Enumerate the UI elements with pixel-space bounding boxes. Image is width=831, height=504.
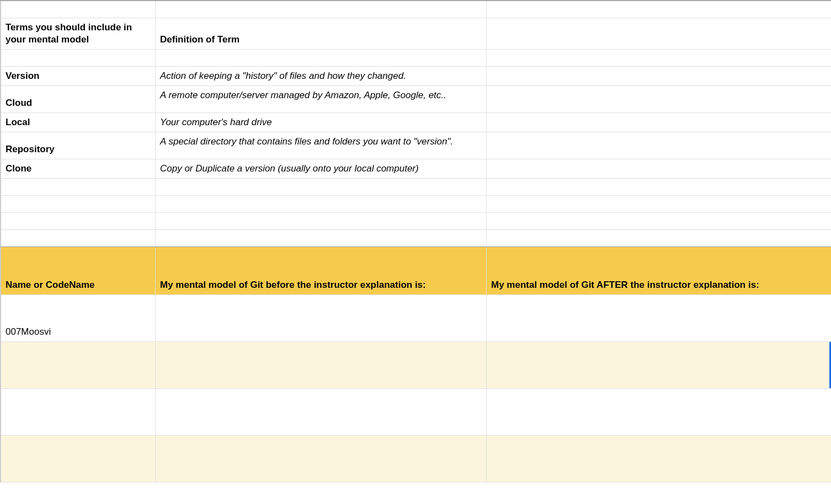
- entry-name-cell[interactable]: [1, 342, 156, 388]
- term-row: Repository A special directory that cont…: [0, 132, 831, 159]
- term-row: Local Your computer's hard drive: [0, 113, 831, 132]
- empty-cell[interactable]: [156, 50, 487, 66]
- entry-before-cell[interactable]: [156, 342, 487, 388]
- empty-cell[interactable]: [487, 50, 831, 66]
- entry-after-cell[interactable]: [487, 295, 831, 341]
- terms-header-row: Terms you should include in your mental …: [0, 18, 831, 50]
- term-name-cell[interactable]: Version: [1, 67, 156, 85]
- empty-cell[interactable]: [487, 230, 831, 246]
- term-name-cell[interactable]: Cloud: [1, 86, 156, 112]
- entry-row: [0, 436, 831, 482]
- term-def-cell[interactable]: A special directory that contains files …: [156, 132, 487, 159]
- section-header-a[interactable]: Name or CodeName: [1, 247, 156, 294]
- empty-cell[interactable]: [1, 213, 156, 229]
- entry-name-cell[interactable]: 007Moosvi: [1, 295, 156, 341]
- empty-cell[interactable]: [487, 113, 831, 132]
- terms-header-c[interactable]: [487, 18, 831, 49]
- entry-before-cell[interactable]: [156, 389, 487, 435]
- term-row: Version Action of keeping a "history" of…: [0, 67, 831, 86]
- empty-cell[interactable]: [1, 196, 156, 212]
- term-def-cell[interactable]: Copy or Duplicate a version (usually ont…: [156, 159, 487, 178]
- spacer-row: [0, 179, 831, 196]
- entry-name-cell[interactable]: [1, 389, 156, 435]
- empty-cell[interactable]: [487, 67, 831, 85]
- empty-cell[interactable]: [487, 179, 831, 195]
- section-header-b[interactable]: My mental model of Git before the instru…: [156, 247, 487, 294]
- entry-row: 007Moosvi: [0, 295, 831, 342]
- entry-before-cell[interactable]: [156, 436, 487, 482]
- term-row: Clone Copy or Duplicate a version (usual…: [0, 159, 831, 179]
- entry-after-cell[interactable]: [487, 342, 831, 388]
- entry-after-cell[interactable]: [487, 436, 831, 482]
- empty-cell[interactable]: [156, 213, 487, 229]
- spacer-row: [0, 1, 831, 18]
- empty-cell[interactable]: [1, 50, 156, 66]
- entry-row: [0, 389, 831, 436]
- spreadsheet-area: Terms you should include in your mental …: [0, 0, 831, 482]
- term-name-cell[interactable]: Clone: [1, 159, 156, 178]
- spacer-row: [0, 230, 831, 247]
- entry-before-cell[interactable]: [156, 295, 487, 341]
- empty-cell[interactable]: [487, 196, 831, 212]
- entry-after-cell[interactable]: [487, 389, 831, 435]
- empty-cell[interactable]: [156, 196, 487, 212]
- empty-cell[interactable]: [487, 1, 831, 18]
- empty-cell[interactable]: [487, 213, 831, 229]
- empty-cell[interactable]: [1, 230, 156, 246]
- empty-cell[interactable]: [156, 1, 487, 18]
- entry-row: [0, 342, 831, 389]
- empty-cell[interactable]: [156, 179, 487, 195]
- spacer-row: [0, 50, 831, 67]
- term-name-cell[interactable]: Repository: [1, 132, 156, 159]
- term-def-cell[interactable]: A remote computer/server managed by Amaz…: [156, 86, 487, 112]
- entry-name-cell[interactable]: [1, 436, 156, 482]
- spacer-row: [0, 213, 831, 230]
- empty-cell[interactable]: [156, 230, 487, 246]
- term-def-cell[interactable]: Your computer's hard drive: [156, 113, 487, 132]
- section-header-row: Name or CodeName My mental model of Git …: [0, 247, 831, 295]
- empty-cell[interactable]: [1, 179, 156, 195]
- empty-cell[interactable]: [487, 159, 831, 178]
- term-def-cell[interactable]: Action of keeping a "history" of files a…: [156, 67, 487, 85]
- term-row: Cloud A remote computer/server managed b…: [0, 86, 831, 113]
- term-name-cell[interactable]: Local: [1, 113, 156, 132]
- section-header-c[interactable]: My mental model of Git AFTER the instruc…: [487, 247, 831, 294]
- empty-cell[interactable]: [487, 86, 831, 112]
- empty-cell[interactable]: [487, 132, 831, 159]
- terms-header-b[interactable]: Definition of Term: [156, 18, 487, 49]
- terms-header-a[interactable]: Terms you should include in your mental …: [1, 18, 156, 49]
- empty-cell[interactable]: [1, 1, 156, 18]
- spacer-row: [0, 196, 831, 213]
